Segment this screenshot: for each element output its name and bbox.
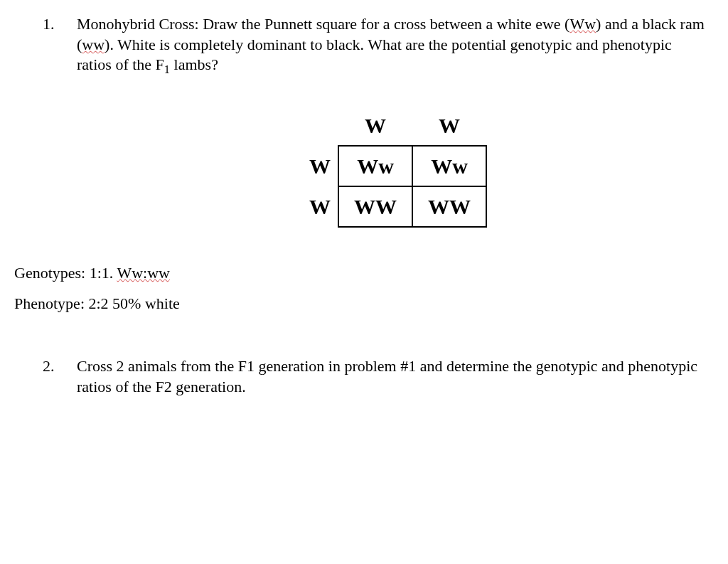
phenotype-line: Phenotype: 2:2 50% white	[14, 294, 707, 314]
q1-ww: ww	[82, 36, 105, 53]
question-1: 1. Monohybrid Cross: Draw the Punnett sq…	[43, 14, 707, 78]
q1-Ww: Ww	[569, 15, 596, 33]
punnett-cell-11: Ww	[338, 146, 412, 186]
question-2: 2. Cross 2 animals from the F1 generatio…	[43, 356, 707, 397]
question-1-number: 1.	[43, 14, 77, 78]
question-2-body: Cross 2 animals from the F1 generation i…	[77, 356, 707, 397]
punnett-cell-12: Ww	[412, 146, 486, 186]
punnett-left-allele-b: W	[262, 186, 338, 227]
punnett-cell-21: WW	[338, 186, 412, 227]
question-2-number: 2.	[43, 356, 77, 397]
punnett-square-container: W W W Ww Ww W WW WW	[43, 106, 707, 228]
question-1-body: Monohybrid Cross: Draw the Punnett squar…	[77, 14, 707, 78]
punnett-left-allele-a: W	[262, 146, 338, 186]
genotype-line: Genotypes: 1:1. Ww:ww	[14, 263, 707, 284]
q1-text-lead: Monohybrid Cross: Draw the Punnett squar…	[77, 15, 569, 33]
punnett-corner	[262, 106, 338, 146]
answers-block: Genotypes: 1:1. Ww:ww Phenotype: 2:2 50%…	[14, 263, 707, 314]
punnett-top-allele-b: W	[412, 106, 486, 146]
q1-subscript: 1	[164, 63, 170, 77]
genotype-label: Genotypes: 1:1.	[14, 264, 117, 282]
genotype-ratio: Ww:ww	[117, 264, 170, 282]
punnett-square: W W W Ww Ww W WW WW	[262, 106, 487, 228]
q1-text-tail: lambs?	[170, 55, 218, 73]
punnett-cell-22: WW	[412, 186, 486, 227]
punnett-top-allele-a: W	[338, 106, 412, 146]
